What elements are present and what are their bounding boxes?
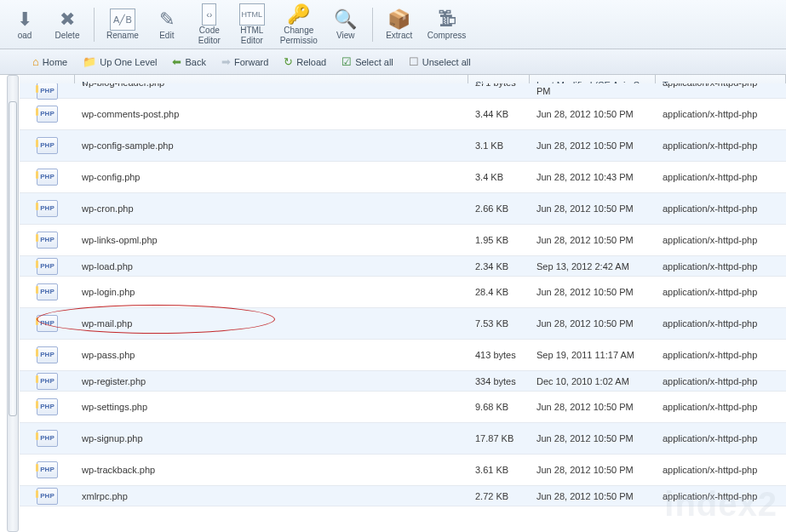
php-file-icon: PHP <box>37 83 57 100</box>
nav-reload-label: Reload <box>296 57 326 67</box>
nav-reload[interactable]: ↻Reload <box>280 54 330 70</box>
php-file-icon: PHP <box>37 137 57 154</box>
checkbox-empty-icon: ☐ <box>409 55 419 68</box>
file-type: application/x-httpd-php <box>656 401 786 413</box>
load-icon: ⬇ <box>17 9 32 31</box>
file-type: application/x-httpd-php <box>656 286 786 298</box>
file-size: 271 bytes <box>468 83 530 89</box>
table-row[interactable]: PHPwp-register.php334 bytesDec 10, 2010 … <box>20 371 786 392</box>
nav-toolbar: ⌂Home 📁Up One Level ⬅Back ➡Forward ↻Relo… <box>0 49 786 75</box>
file-name: wp-settings.php <box>75 401 468 413</box>
nav-back[interactable]: ⬅Back <box>169 54 209 70</box>
table-row[interactable]: PHPwp-blog-header.php271 bytesPMapplicat… <box>20 83 786 99</box>
file-name: wp-load.php <box>75 260 468 272</box>
file-modified: Jun 28, 2012 10:50 PM <box>530 203 656 215</box>
file-icon-cell: PHP <box>20 430 75 447</box>
table-row[interactable]: PHPwp-load.php2.34 KBSep 13, 2012 2:42 A… <box>20 256 786 277</box>
php-file-icon: PHP <box>37 488 57 505</box>
file-type: application/x-httpd-php <box>656 171 786 183</box>
file-icon-cell: PHP <box>20 461 75 478</box>
edit-icon: ✎ <box>159 9 175 31</box>
file-modified: Jun 28, 2012 10:50 PM <box>530 490 656 502</box>
nav-back-label: Back <box>185 57 205 67</box>
nav-select-all[interactable]: ☑Select all <box>338 54 397 70</box>
php-file-icon: PHP <box>37 398 57 415</box>
table-row[interactable]: PHPwp-config-sample.php3.1 KBJun 28, 201… <box>20 130 786 162</box>
file-name: wp-login.php <box>75 286 468 298</box>
table-row[interactable]: PHPwp-mail.php7.53 KBJun 28, 2012 10:50 … <box>20 308 786 340</box>
rename-label: Rename <box>106 31 139 41</box>
file-size: 2.34 KB <box>468 260 530 272</box>
html-editor-label: HTMLEditor <box>240 26 263 46</box>
load-button[interactable]: ⬇oad <box>3 5 46 44</box>
table-row[interactable]: PHPwp-settings.php9.68 KBJun 28, 2012 10… <box>20 392 786 423</box>
checkbox-checked-icon: ☑ <box>341 55 352 68</box>
table-row[interactable]: PHPwp-login.php28.4 KBJun 28, 2012 10:50… <box>20 277 786 308</box>
table-row[interactable]: PHPwp-signup.php17.87 KBJun 28, 2012 10:… <box>20 423 786 455</box>
file-grid: Name Size Last Modified (SE Asia S Type … <box>20 75 786 532</box>
extract-button[interactable]: 📦Extract <box>378 5 421 44</box>
file-type: application/x-httpd-php <box>656 203 786 215</box>
file-modified: Jun 28, 2012 10:50 PM <box>530 317 656 329</box>
file-name: xmlrpc.php <box>75 490 468 502</box>
home-icon: ⌂ <box>32 55 39 68</box>
toolbar-separator <box>94 8 95 42</box>
nav-forward[interactable]: ➡Forward <box>218 54 272 70</box>
table-row[interactable]: PHPwp-pass.php413 bytesSep 19, 2011 11:1… <box>20 340 786 371</box>
table-row[interactable]: PHPwp-links-opml.php1.95 KBJun 28, 2012 … <box>20 225 786 256</box>
code-editor-button[interactable]: ‹›CodeEditor <box>188 0 231 49</box>
file-modified: Jun 28, 2012 10:50 PM <box>530 464 656 476</box>
compress-button[interactable]: 🗜Compress <box>421 5 473 44</box>
file-size: 3.1 KB <box>468 140 530 152</box>
table-row[interactable]: PHPwp-comments-post.php3.44 KBJun 28, 20… <box>20 99 786 130</box>
nav-up-one-level[interactable]: 📁Up One Level <box>79 54 160 70</box>
rename-icon: A╱B <box>110 9 135 31</box>
delete-button[interactable]: ✖Delete <box>46 5 89 44</box>
rename-button[interactable]: A╱BRename <box>100 5 146 44</box>
php-file-icon: PHP <box>37 232 57 249</box>
php-file-icon: PHP <box>37 315 57 332</box>
file-type: application/x-httpd-php <box>656 464 786 476</box>
file-name: wp-links-opml.php <box>75 234 468 246</box>
vertical-scrollbar[interactable] <box>7 75 19 532</box>
file-type: application/x-httpd-php <box>656 375 786 387</box>
file-modified: Sep 13, 2012 2:42 AM <box>530 260 656 272</box>
nav-home-label: Home <box>43 57 67 67</box>
php-file-icon: PHP <box>37 346 57 363</box>
file-type: application/x-httpd-php <box>656 140 786 152</box>
change-perm-button[interactable]: 🔑ChangePermissio <box>273 0 324 49</box>
table-row[interactable]: PHPwp-cron.php2.66 KBJun 28, 2012 10:50 … <box>20 193 786 225</box>
file-name: wp-mail.php <box>75 317 468 329</box>
file-type: application/x-httpd-php <box>656 260 786 272</box>
file-size: 413 bytes <box>468 349 530 361</box>
nav-unselect-all[interactable]: ☐Unselect all <box>405 54 474 70</box>
scrollbar-thumb[interactable] <box>9 101 17 416</box>
file-modified: Jun 28, 2012 10:50 PM <box>530 234 656 246</box>
change-perm-icon: 🔑 <box>287 3 310 26</box>
php-file-icon: PHP <box>37 430 57 447</box>
table-row[interactable]: PHPwp-trackback.php3.61 KBJun 28, 2012 1… <box>20 455 786 486</box>
html-editor-icon: HTML <box>239 3 266 26</box>
nav-home[interactable]: ⌂Home <box>29 54 71 70</box>
file-icon-cell: PHP <box>20 373 75 390</box>
compress-label: Compress <box>427 31 467 41</box>
file-name: wp-config-sample.php <box>75 140 468 152</box>
html-editor-button[interactable]: HTMLHTMLEditor <box>231 0 273 49</box>
arrow-right-icon: ➡ <box>221 55 231 68</box>
file-type: application/x-httpd-php <box>656 83 786 89</box>
file-name: wp-comments-post.php <box>75 108 468 120</box>
extract-label: Extract <box>386 31 412 41</box>
table-row[interactable]: PHPwp-config.php3.4 KBJun 28, 2012 10:43… <box>20 162 786 193</box>
folder-up-icon: 📁 <box>83 55 96 68</box>
file-icon-cell: PHP <box>20 232 75 249</box>
file-icon-cell: PHP <box>20 488 75 505</box>
file-size: 334 bytes <box>468 375 530 387</box>
file-size: 7.53 KB <box>468 317 530 329</box>
file-type: application/x-httpd-php <box>656 432 786 444</box>
view-button[interactable]: 🔍View <box>324 5 367 44</box>
file-name: wp-signup.php <box>75 432 468 444</box>
extract-icon: 📦 <box>387 9 410 31</box>
edit-button[interactable]: ✎Edit <box>146 5 188 44</box>
file-size: 3.61 KB <box>468 464 530 476</box>
file-modified: Sep 19, 2011 11:17 AM <box>530 349 656 361</box>
